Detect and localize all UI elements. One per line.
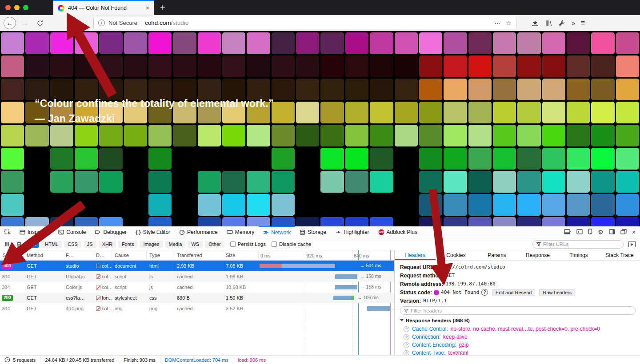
- color-swatch[interactable]: [444, 148, 467, 170]
- request-row-Global.js[interactable]: 304GETGlobal.jscol…scriptjscached1.96 KB…: [0, 271, 394, 282]
- column-waterfall[interactable]: 0 ms320 ms640 ms: [259, 250, 394, 260]
- color-swatch[interactable]: [345, 217, 368, 226]
- color-swatch[interactable]: [517, 55, 540, 77]
- color-swatch[interactable]: [468, 32, 492, 54]
- column-domain[interactable]: D…: [93, 250, 112, 260]
- color-swatch[interactable]: [370, 102, 393, 123]
- color-swatch[interactable]: [247, 171, 270, 193]
- color-swatch[interactable]: [542, 32, 565, 54]
- persist-logs-checkbox[interactable]: Persist Logs: [230, 241, 266, 247]
- color-swatch[interactable]: [272, 194, 295, 216]
- tab-console[interactable]: Console: [54, 226, 90, 238]
- close-devtools-icon[interactable]: ×: [632, 229, 636, 236]
- color-swatch[interactable]: [468, 217, 492, 226]
- dock-side-icon[interactable]: [609, 229, 615, 236]
- color-swatch[interactable]: [468, 171, 492, 193]
- request-row-Color.js[interactable]: 304GETColor.jscol…scriptjscached10.60 KB…: [0, 282, 394, 293]
- pause-requests-icon[interactable]: [3, 242, 12, 246]
- color-swatch[interactable]: [99, 148, 122, 170]
- color-swatch[interactable]: [247, 55, 270, 77]
- color-swatch[interactable]: [272, 102, 295, 123]
- filter-pill-media[interactable]: Media: [165, 241, 185, 248]
- color-swatch[interactable]: [345, 79, 368, 100]
- color-swatch[interactable]: [591, 148, 614, 170]
- color-swatch[interactable]: [272, 55, 295, 77]
- performance-analysis-icon-seg[interactable]: 5 requests: [0, 357, 40, 363]
- color-swatch[interactable]: [148, 171, 172, 193]
- color-swatch[interactable]: [370, 148, 393, 170]
- color-swatch[interactable]: [1, 171, 24, 193]
- color-swatch[interactable]: [148, 148, 172, 170]
- color-swatch[interactable]: [517, 194, 540, 216]
- tab-params[interactable]: Params: [476, 250, 517, 260]
- tab-inspector[interactable]: Inspector: [15, 226, 54, 238]
- color-swatch[interactable]: [419, 102, 442, 123]
- color-swatch[interactable]: [591, 32, 614, 54]
- color-swatch[interactable]: [493, 79, 516, 100]
- url-text[interactable]: colrd.com/studio: [145, 20, 491, 26]
- color-swatch[interactable]: [567, 125, 590, 146]
- tab-network[interactable]: Network: [259, 226, 295, 238]
- color-swatch[interactable]: [395, 102, 418, 123]
- color-swatch[interactable]: [272, 171, 295, 193]
- response-header-row[interactable]: ?Connection:keep-alive: [400, 333, 636, 341]
- color-swatch[interactable]: [591, 79, 614, 100]
- color-swatch[interactable]: [173, 55, 196, 77]
- color-swatch[interactable]: [124, 125, 147, 146]
- color-swatch[interactable]: [25, 55, 48, 77]
- color-swatch[interactable]: [542, 79, 565, 100]
- color-swatch[interactable]: [419, 148, 442, 170]
- color-swatch[interactable]: [345, 171, 368, 193]
- color-swatch[interactable]: [50, 217, 73, 226]
- color-swatch[interactable]: [75, 55, 98, 77]
- color-swatch[interactable]: [296, 55, 319, 77]
- color-swatch[interactable]: [444, 125, 467, 146]
- new-tab-button[interactable]: +: [154, 0, 172, 15]
- color-swatch[interactable]: [616, 148, 639, 170]
- color-swatch[interactable]: [517, 171, 540, 193]
- response-header-row[interactable]: ?Content-Encoding:gzip: [400, 341, 636, 349]
- color-swatch[interactable]: [419, 194, 442, 216]
- color-swatch[interactable]: [1, 125, 24, 146]
- color-swatch[interactable]: [468, 79, 492, 100]
- color-swatch[interactable]: [99, 171, 122, 193]
- color-swatch[interactable]: [567, 79, 590, 100]
- color-swatch[interactable]: [296, 32, 319, 54]
- color-swatch[interactable]: [444, 194, 467, 216]
- filter-pill-ws[interactable]: WS: [188, 241, 203, 248]
- tab-style-editor[interactable]: { } Style Editor: [131, 226, 175, 238]
- browser-tab[interactable]: 404 — Color Not Found ×: [53, 0, 154, 15]
- color-swatch[interactable]: [296, 102, 319, 123]
- color-swatch[interactable]: [272, 79, 295, 100]
- color-swatch[interactable]: [616, 125, 639, 146]
- color-swatch[interactable]: [591, 102, 614, 123]
- color-swatch[interactable]: [616, 55, 639, 77]
- color-swatch[interactable]: [567, 171, 590, 193]
- color-swatch[interactable]: [99, 125, 122, 146]
- response-header-row[interactable]: ?Cache-Control:no-store, no-cache, must-…: [400, 325, 636, 333]
- filter-pill-html[interactable]: HTML: [41, 241, 62, 248]
- overflow-menu-icon[interactable]: »: [572, 19, 574, 27]
- color-swatch[interactable]: [493, 148, 516, 170]
- color-swatch[interactable]: [272, 148, 295, 170]
- color-swatch[interactable]: [198, 217, 221, 226]
- request-row-404.png[interactable]: 304GET404.pngcol…imgpngcached3.52 KB→: [0, 303, 394, 314]
- dock-bottom-icon[interactable]: [564, 229, 571, 236]
- color-swatch[interactable]: [444, 32, 467, 54]
- site-info-icon[interactable]: i: [98, 20, 105, 26]
- reload-button[interactable]: [34, 17, 46, 29]
- color-swatch[interactable]: [50, 55, 73, 77]
- color-swatch[interactable]: [517, 32, 540, 54]
- color-swatch[interactable]: [370, 79, 393, 100]
- color-swatch[interactable]: [370, 32, 393, 54]
- url-bar[interactable]: i Not Secure colrd.com/studio ⋯ ☆: [93, 17, 516, 29]
- color-swatch[interactable]: [50, 125, 73, 146]
- color-swatch[interactable]: [1, 55, 24, 77]
- color-swatch[interactable]: [419, 125, 442, 146]
- color-swatch[interactable]: [75, 217, 98, 226]
- color-swatch[interactable]: [222, 32, 245, 54]
- color-swatch[interactable]: [124, 55, 147, 77]
- color-swatch[interactable]: [320, 217, 344, 226]
- color-swatch[interactable]: [616, 217, 639, 226]
- color-swatch[interactable]: [542, 55, 565, 77]
